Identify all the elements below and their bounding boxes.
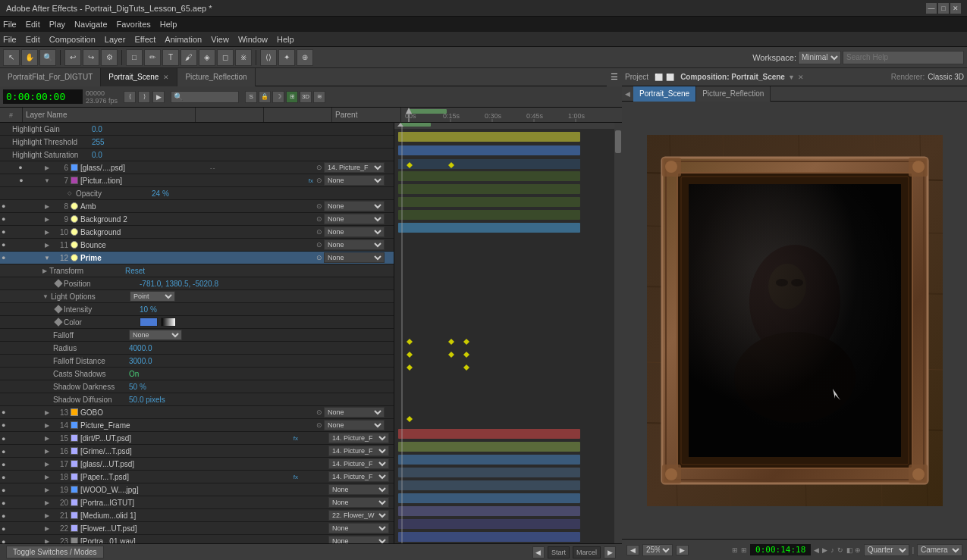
- layer-9-parent-select[interactable]: None: [324, 214, 385, 224]
- l20-expand[interactable]: ▶: [41, 499, 53, 506]
- shadow-darkness-value[interactable]: 50 %: [129, 383, 146, 391]
- viewer-audio-icon[interactable]: ♪: [830, 546, 834, 554]
- zoom-select[interactable]: 25%: [642, 544, 673, 556]
- maximize-button[interactable]: □: [938, 3, 949, 14]
- menu-help[interactable]: Help: [160, 20, 177, 29]
- tool-select[interactable]: ↖: [3, 49, 20, 66]
- l15-expand[interactable]: ▶: [41, 435, 53, 442]
- prev-keyframe-btn[interactable]: ⟨: [124, 91, 136, 103]
- layer-6-parent-select[interactable]: 14. Picture_F: [324, 162, 385, 173]
- layer-row-14[interactable]: ● ▶ 14 Picture_Frame ⊙ None: [0, 419, 394, 432]
- layer-row-8[interactable]: ● ▶ 8 Amb ⊙ None: [0, 200, 394, 213]
- app-menu-help[interactable]: Help: [277, 35, 294, 44]
- tool-zoom[interactable]: 🔍: [39, 49, 56, 66]
- transform-reset[interactable]: Reset: [125, 267, 145, 275]
- tool-move[interactable]: ✦: [278, 49, 295, 66]
- layer-row-23[interactable]: ● ▶ 23 [Portra...01.wav] None: [0, 535, 394, 543]
- layer-row-19[interactable]: ● ▶ 19 [WOOD_W....jpg] None: [0, 483, 394, 496]
- layer-row-16[interactable]: ● ▶ 16 [Grime/...T.psd] 14. Picture_F: [0, 445, 394, 458]
- layer-6-sw1[interactable]: -: [210, 164, 212, 171]
- viewer-left-arrow[interactable]: ◀: [622, 90, 633, 98]
- app-menu-edit[interactable]: Edit: [26, 35, 40, 44]
- prop-highlight-gain-value[interactable]: 0.0: [92, 125, 102, 133]
- layer-8-parent-select[interactable]: None: [324, 201, 385, 211]
- l15-parent-select[interactable]: 14. Picture_F: [328, 433, 389, 443]
- layer-11-eye[interactable]: ●: [2, 241, 5, 249]
- tab-portrait-scene[interactable]: Portrait_Scene ✕: [101, 68, 177, 86]
- quality-select[interactable]: Quarter Half Full: [864, 544, 909, 556]
- layer-11-expand-btn[interactable]: ▶: [41, 242, 53, 249]
- workspace-select[interactable]: Minimal: [798, 51, 841, 64]
- viewer-zoom-out[interactable]: ◀: [626, 545, 639, 555]
- l18-parent-select[interactable]: 14. Picture_F: [328, 471, 389, 482]
- layer-9-expand-btn[interactable]: ▶: [41, 216, 53, 223]
- shy-btn[interactable]: ☽: [272, 91, 284, 103]
- tool-pen[interactable]: ✏: [144, 49, 161, 66]
- tool-camera[interactable]: ⟨⟩: [260, 49, 277, 66]
- time-display[interactable]: 0:00:00:00: [3, 89, 83, 104]
- start-marker[interactable]: Start: [548, 546, 570, 558]
- layer-8-expand-btn[interactable]: ▶: [41, 203, 53, 210]
- position-value[interactable]: -781.0, 1380.5, -5020.8: [140, 280, 218, 288]
- l18-expand[interactable]: ▶: [41, 474, 53, 480]
- transform-expand[interactable]: ▶: [42, 267, 47, 274]
- layer-13-parent-select[interactable]: None: [324, 407, 385, 418]
- falloff-select[interactable]: None: [129, 330, 182, 340]
- menu-favorites[interactable]: Favorites: [117, 20, 151, 29]
- tool-eraser[interactable]: ◻: [217, 49, 234, 66]
- menu-navigate[interactable]: Navigate: [74, 20, 107, 29]
- l22-parent-select[interactable]: None: [328, 523, 389, 533]
- layer-10-expand-btn[interactable]: ▶: [41, 229, 53, 236]
- next-frame-btn[interactable]: ▶: [604, 546, 616, 558]
- window-controls[interactable]: — □ ✕: [926, 3, 961, 14]
- layer-8-eye[interactable]: ●: [2, 202, 5, 210]
- layer-7-parent-select[interactable]: None: [324, 175, 385, 186]
- viewer-overlay-icon[interactable]: ⊕: [855, 546, 861, 554]
- tab-portrait-scene-close[interactable]: ✕: [163, 74, 169, 81]
- falloff-distance-value[interactable]: 3000.0: [129, 357, 152, 365]
- next-keyframe-btn[interactable]: ⟩: [138, 91, 150, 103]
- play-btn[interactable]: ▶: [152, 91, 165, 103]
- layer-6-eye[interactable]: ●: [18, 164, 22, 171]
- motion-blur-btn[interactable]: ≋: [313, 91, 325, 103]
- l21-parent-select[interactable]: 22. Flower_W: [328, 510, 389, 521]
- tool-rotate[interactable]: ↩: [64, 49, 81, 66]
- l19-parent-select[interactable]: None: [328, 484, 389, 495]
- marker-label[interactable]: Marcel: [573, 546, 601, 558]
- layer-6-sw2[interactable]: -: [213, 164, 215, 171]
- viewer-solo-icon[interactable]: ◧: [846, 546, 853, 554]
- app-menu-layer[interactable]: Layer: [105, 35, 126, 44]
- intensity-keyframe[interactable]: [53, 304, 64, 314]
- opacity-value[interactable]: 24 %: [152, 189, 169, 198]
- layer-10-parent-select[interactable]: None: [324, 227, 385, 237]
- timeline-menu-btn[interactable]: ☰: [607, 68, 622, 86]
- app-menu-composition[interactable]: Composition: [49, 35, 96, 44]
- layer-14-expand-btn[interactable]: ▶: [41, 422, 53, 429]
- tool-rotate2[interactable]: ↪: [83, 49, 99, 66]
- l16-parent-select[interactable]: 14. Picture_F: [328, 446, 389, 456]
- toggle-switches-modes-btn[interactable]: Toggle Switches / Modes: [6, 546, 104, 558]
- l21-expand[interactable]: ▶: [41, 512, 53, 519]
- viewer-loop-icon[interactable]: ↻: [837, 546, 843, 554]
- close-button[interactable]: ✕: [950, 3, 961, 14]
- layer-7-expand-btn[interactable]: ▼: [41, 177, 53, 184]
- layer-row-11[interactable]: ● ▶ 11 Bounce ⊙ None: [0, 239, 394, 252]
- solo-btn[interactable]: S: [245, 91, 257, 103]
- radius-value[interactable]: 4000.0: [129, 344, 152, 352]
- l20-parent-select[interactable]: None: [328, 497, 389, 508]
- prop-highlight-saturation-value[interactable]: 0.0: [92, 151, 102, 159]
- 3d-btn[interactable]: 3D: [300, 91, 312, 103]
- lock-btn[interactable]: 🔒: [259, 91, 271, 103]
- l16-expand[interactable]: ▶: [41, 448, 53, 455]
- menu-file[interactable]: File: [3, 20, 17, 29]
- layer-11-parent-select[interactable]: None: [324, 239, 385, 250]
- viewer-zoom-in[interactable]: ▶: [676, 545, 689, 555]
- viewer-tab-portrait-scene[interactable]: Portrait_Scene: [633, 86, 696, 102]
- app-menu-animation[interactable]: Animation: [165, 35, 202, 44]
- layer-row-20[interactable]: ● ▶ 20 [Portra...IGTUT] None: [0, 496, 394, 509]
- layer-row-21[interactable]: ● ▶ 21 [Medium...olid 1] 22. Flower_W: [0, 509, 394, 522]
- comp-dropdown-icon[interactable]: ▼: [788, 74, 795, 81]
- layer-9-eye[interactable]: ●: [2, 215, 5, 223]
- color-keyframe[interactable]: [53, 317, 64, 327]
- layer-row-10[interactable]: ● ▶ 10 Background ⊙ None: [0, 226, 394, 239]
